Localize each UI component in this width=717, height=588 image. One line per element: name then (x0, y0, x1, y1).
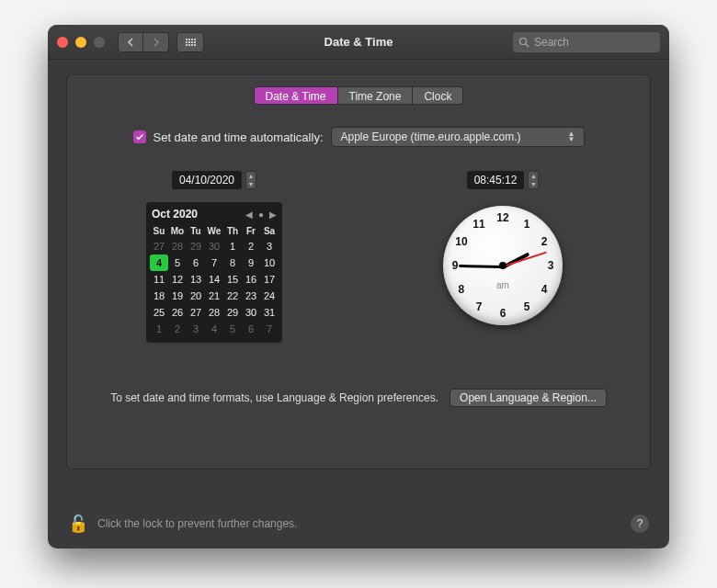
time-server-value: Apple Europe (time.euro.apple.com.) (341, 130, 521, 143)
main-panel: Date & Time Time Zone Clock Set date and… (66, 74, 651, 469)
calendar-day[interactable]: 14 (205, 271, 223, 288)
stepper-up-icon: ▲ (529, 172, 538, 180)
calendar-day[interactable]: 23 (242, 288, 260, 304)
chevron-left-icon (127, 38, 134, 47)
calendar-day[interactable]: 9 (242, 254, 260, 271)
back-button[interactable] (118, 32, 143, 52)
time-field[interactable]: 08:45:12 (467, 171, 525, 189)
time-field-wrap: 08:45:12 ▲ ▼ (467, 171, 540, 189)
calendar-day[interactable]: 27 (187, 304, 205, 321)
calendar-next-icon[interactable]: ▶ (269, 209, 277, 220)
minimize-icon[interactable] (75, 37, 86, 48)
calendar-day[interactable]: 1 (223, 238, 242, 254)
time-column: 08:45:12 ▲ ▼ am 121234567891011 (372, 171, 633, 343)
grid-icon (186, 39, 196, 46)
calendar-day[interactable]: 6 (242, 321, 260, 337)
calendar-day[interactable]: 2 (242, 238, 260, 254)
calendar-day[interactable]: 5 (223, 321, 242, 337)
calendar-day[interactable]: 7 (205, 254, 223, 271)
calendar-day[interactable]: 1 (150, 321, 168, 337)
time-server-select[interactable]: Apple Europe (time.euro.apple.com.) ▲▼ (331, 127, 585, 147)
calendar-day[interactable]: 4 (205, 321, 223, 337)
calendar-day[interactable]: 10 (260, 254, 279, 271)
calendar-day[interactable]: 6 (187, 254, 205, 271)
analog-clock: am 121234567891011 (443, 206, 563, 325)
calendar-day[interactable]: 5 (168, 254, 187, 271)
search-field[interactable] (513, 32, 660, 52)
search-input[interactable] (534, 36, 654, 49)
clock-number: 7 (476, 300, 483, 313)
close-icon[interactable] (57, 37, 68, 48)
calendar-day[interactable]: 24 (260, 288, 279, 304)
tab-clock[interactable]: Clock (413, 86, 463, 105)
calendar-day[interactable]: 27 (150, 238, 168, 254)
calendar-day[interactable]: 3 (187, 321, 205, 337)
auto-label: Set date and time automatically: (154, 130, 324, 144)
calendar-day[interactable]: 25 (150, 304, 168, 321)
unlock-icon[interactable]: 🔓 (68, 514, 88, 534)
calendar-day[interactable]: 16 (242, 271, 260, 288)
calendar-day[interactable]: 17 (260, 271, 279, 288)
calendar-dow: Mo (168, 224, 187, 238)
calendar-dow: We (205, 224, 223, 238)
calendar-dow: Su (150, 224, 168, 238)
calendar-day[interactable]: 13 (187, 271, 205, 288)
stepper-up-icon: ▲ (246, 172, 256, 180)
calendar-prev-icon[interactable]: ◀ (245, 209, 253, 220)
calendar[interactable]: Oct 2020 ◀ ● ▶ SuMoTuWeThFrSa27282930123… (146, 202, 282, 343)
chevron-right-icon (153, 38, 160, 47)
clock-number: 2 (541, 235, 548, 248)
window-controls (57, 37, 105, 48)
calendar-day[interactable]: 22 (223, 288, 242, 304)
calendar-header: Oct 2020 ◀ ● ▶ (150, 206, 279, 224)
calendar-day[interactable]: 15 (223, 271, 242, 288)
minute-hand (459, 265, 503, 268)
calendar-day[interactable]: 29 (187, 238, 205, 254)
show-all-button[interactable] (176, 32, 204, 52)
calendar-day[interactable]: 12 (168, 271, 187, 288)
auto-checkbox[interactable] (133, 130, 146, 143)
clock-number: 9 (452, 259, 459, 272)
clock-pivot (499, 262, 506, 269)
calendar-day[interactable]: 28 (168, 238, 187, 254)
svg-point-0 (520, 38, 527, 44)
calendar-dow: Fr (242, 224, 260, 238)
calendar-day[interactable]: 31 (260, 304, 279, 321)
date-column: 04/10/2020 ▲ ▼ Oct 2020 ◀ ● ▶ (84, 171, 345, 343)
calendar-day[interactable]: 7 (260, 321, 279, 337)
calendar-day[interactable]: 18 (150, 288, 168, 304)
date-field-wrap: 04/10/2020 ▲ ▼ (172, 171, 256, 189)
calendar-day[interactable]: 3 (260, 238, 279, 254)
calendar-dow: Sa (260, 224, 279, 238)
help-button[interactable]: ? (631, 514, 649, 533)
date-stepper[interactable]: ▲ ▼ (245, 171, 256, 189)
tab-date-and-time[interactable]: Date & Time (254, 86, 338, 105)
calendar-day[interactable]: 19 (168, 288, 187, 304)
clock-ampm: am (496, 280, 509, 290)
preferences-window: Date & Time Date & Time Time Zone Clock … (48, 25, 669, 548)
calendar-day[interactable]: 4 (150, 254, 168, 271)
calendar-today-icon[interactable]: ● (258, 209, 264, 220)
calendar-day[interactable]: 26 (168, 304, 187, 321)
lock-row: 🔓 Click the lock to prevent further chan… (68, 514, 649, 534)
time-stepper[interactable]: ▲ ▼ (528, 171, 539, 189)
calendar-day[interactable]: 8 (223, 254, 242, 271)
calendar-day[interactable]: 11 (150, 271, 168, 288)
calendar-day[interactable]: 29 (223, 304, 242, 321)
calendar-day[interactable]: 21 (205, 288, 223, 304)
calendar-dow: Th (223, 224, 242, 238)
calendar-day[interactable]: 30 (242, 304, 260, 321)
open-language-region-button[interactable]: Open Language & Region... (450, 389, 607, 407)
chevron-up-down-icon: ▲▼ (565, 131, 578, 142)
calendar-day[interactable]: 28 (205, 304, 223, 321)
tab-time-zone[interactable]: Time Zone (338, 86, 414, 105)
date-field[interactable]: 04/10/2020 (172, 171, 242, 189)
clock-number: 4 (541, 283, 548, 296)
forward-button[interactable] (143, 32, 169, 52)
calendar-day[interactable]: 30 (205, 238, 223, 254)
calendar-day[interactable]: 20 (187, 288, 205, 304)
clock-number: 12 (496, 211, 508, 224)
lock-hint-label: Click the lock to prevent further change… (97, 517, 297, 530)
nav-buttons (118, 32, 169, 52)
calendar-day[interactable]: 2 (168, 321, 187, 337)
